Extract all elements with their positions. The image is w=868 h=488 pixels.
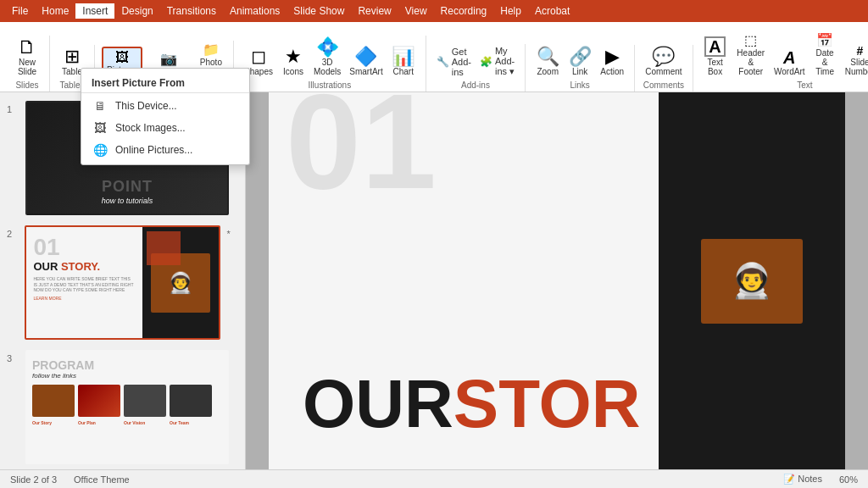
menu-review[interactable]: Review <box>351 3 398 19</box>
slide-2-thumbnail[interactable]: 2 01 OUR STORY. HERE YOU CAN WRITE SOME … <box>0 222 245 343</box>
slide-3-images <box>32 385 222 417</box>
table-label: Table <box>62 67 82 76</box>
menu-animations[interactable]: Animations <box>223 3 287 19</box>
menu-file[interactable]: File <box>5 3 35 19</box>
slide-display-bignum: 01 <box>286 92 437 209</box>
textbox-icon: A <box>704 36 725 57</box>
slide-2-title: OUR STORY. <box>33 261 135 273</box>
date-time-button[interactable]: 📅 Date &Time <box>810 31 841 79</box>
link-button[interactable]: 🔗 Link <box>565 45 595 79</box>
new-slide-label: NewSlide <box>18 58 36 76</box>
link-icon: 🔗 <box>569 47 592 66</box>
stock-images-item[interactable]: 🖼 Stock Images... <box>81 117 249 139</box>
slide-3-img-2 <box>78 385 120 417</box>
link-label: Link <box>572 67 587 76</box>
slide-display: 01 OUR STOR 👨‍🚀 <box>269 92 845 469</box>
get-addins-button[interactable]: 🔧 Get Add-ins <box>433 45 475 79</box>
menu-recording[interactable]: Recording <box>434 3 494 19</box>
comment-icon: 💬 <box>652 47 675 66</box>
menu-help[interactable]: Help <box>493 3 528 19</box>
slide-number-button[interactable]: # SlideNumber <box>843 42 868 79</box>
menu-acrobat[interactable]: Acrobat <box>528 3 576 19</box>
online-pictures-label: Online Pictures... <box>115 144 192 156</box>
3d-models-button[interactable]: 💠 3DModels <box>310 36 344 79</box>
menu-insert[interactable]: Insert <box>75 3 114 19</box>
wordart-icon: A <box>783 49 795 66</box>
ribbon-group-comments: 💬 Comment Comments <box>635 45 693 92</box>
slide-2-number: 2 <box>7 225 18 239</box>
3d-models-label: 3DModels <box>314 58 341 76</box>
date-time-label: Date &Time <box>813 48 837 76</box>
addins-group-label: Add-ins <box>461 80 490 90</box>
wordart-button[interactable]: A WordArt <box>771 47 808 79</box>
textbox-button[interactable]: A TextBox <box>700 34 731 79</box>
slide-1-subtitle: how to tutorials <box>102 197 153 205</box>
zoom-button[interactable]: 🔍 Zoom <box>532 45 563 79</box>
slide-3-subtitle: follow the links <box>32 372 222 380</box>
ribbon-group-illustrations: ◻ Shapes ★ Icons 💠 3DModels 🔷 SmartArt <box>234 36 426 92</box>
notes-button[interactable]: 📝 Notes <box>783 474 822 485</box>
chart-button[interactable]: 📊 Chart <box>388 45 419 79</box>
comment-button[interactable]: 💬 Comment <box>642 45 685 79</box>
app-container: File Home Insert Design Transitions Anim… <box>0 0 868 488</box>
zoom-info: 60% <box>839 474 858 485</box>
text-group-label: Text <box>797 80 812 90</box>
menu-transitions[interactable]: Transitions <box>160 3 223 19</box>
screenshot-icon: 📷 <box>160 53 177 66</box>
header-footer-button[interactable]: ⬚ Header& Footer <box>732 31 770 79</box>
ribbon-group-slides: 🗋 NewSlide Slides <box>5 36 50 92</box>
get-addins-icon: 🔧 <box>437 56 449 68</box>
slide-display-title-orange: STOR <box>453 370 641 438</box>
action-button[interactable]: ▶ Action <box>597 45 627 79</box>
slide-2-image: 01 OUR STORY. HERE YOU CAN WRITE SOME BR… <box>25 225 220 340</box>
ribbon-group-text: A TextBox ⬚ Header& Footer A WordArt 📅 D… <box>693 31 868 92</box>
stock-images-icon: 🖼 <box>92 121 108 135</box>
ribbon-group-addins: 🔧 Get Add-ins 🧩 My Add-ins ▾ Add-ins <box>426 44 526 92</box>
icons-button[interactable]: ★ Icons <box>278 45 309 79</box>
smartart-button[interactable]: 🔷 SmartArt <box>346 45 386 79</box>
icons-label: Icons <box>283 67 303 76</box>
my-addins-icon: 🧩 <box>480 56 492 68</box>
action-icon: ▶ <box>605 47 620 66</box>
ribbon-group-links: 🔍 Zoom 🔗 Link ▶ Action Links <box>526 45 635 92</box>
menu-design[interactable]: Design <box>114 3 159 19</box>
slide-2-left: 01 OUR STORY. HERE YOU CAN WRITE SOME BR… <box>26 227 142 338</box>
slide-number-icon: # <box>857 45 864 57</box>
pictures-icon: 🖼 <box>115 51 129 64</box>
menu-slideshow[interactable]: Slide Show <box>287 3 351 19</box>
slide-3-thumbnail[interactable]: 3 PROGRAM follow the links Our Story Our… <box>0 347 245 468</box>
3d-models-icon: 💠 <box>316 38 339 57</box>
photo-album-icon: 📁 <box>203 43 220 57</box>
slide-1-number: 1 <box>7 101 19 114</box>
wordart-label: WordArt <box>774 67 805 76</box>
new-slide-button[interactable]: 🗋 NewSlide <box>12 36 42 79</box>
table-icon: ⊞ <box>64 47 80 66</box>
this-device-item[interactable]: 🖥 This Device... <box>81 95 249 117</box>
slide-display-title-black: OUR <box>303 370 453 438</box>
smartart-label: SmartArt <box>349 67 382 76</box>
slide-1-title: POINT <box>102 179 153 194</box>
zoom-label: Zoom <box>537 67 559 76</box>
action-label: Action <box>600 67 624 76</box>
slides-group-label: Slides <box>15 80 38 90</box>
slide-3-img-4 <box>170 385 212 417</box>
comment-label: Comment <box>645 67 682 76</box>
dropdown-header: Insert Picture From <box>81 72 249 93</box>
menu-home[interactable]: Home <box>35 3 75 19</box>
header-footer-icon: ⬚ <box>744 34 757 47</box>
links-group-label: Links <box>570 80 590 90</box>
slide-display-title-row: OUR STOR <box>303 370 641 438</box>
menu-view[interactable]: View <box>398 3 434 19</box>
slide-3-title: PROGRAM <box>32 358 222 372</box>
get-addins-label: Get Add-ins <box>452 47 471 77</box>
theme-info: Office Theme <box>74 474 130 485</box>
textbox-label: TextBox <box>707 58 722 76</box>
chart-label: Chart <box>392 67 413 76</box>
stock-images-label: Stock Images... <box>115 122 186 134</box>
slide-3-captions: Our Story Our Plan Our Vision Our Team <box>32 420 222 425</box>
icons-icon: ★ <box>285 47 302 66</box>
online-pictures-item[interactable]: 🌐 Online Pictures... <box>81 139 249 161</box>
my-addins-button[interactable]: 🧩 My Add-ins ▾ <box>476 44 518 79</box>
slide-display-title-area: OUR STOR <box>303 370 641 438</box>
slide-number-label: SlideNumber <box>845 58 868 76</box>
